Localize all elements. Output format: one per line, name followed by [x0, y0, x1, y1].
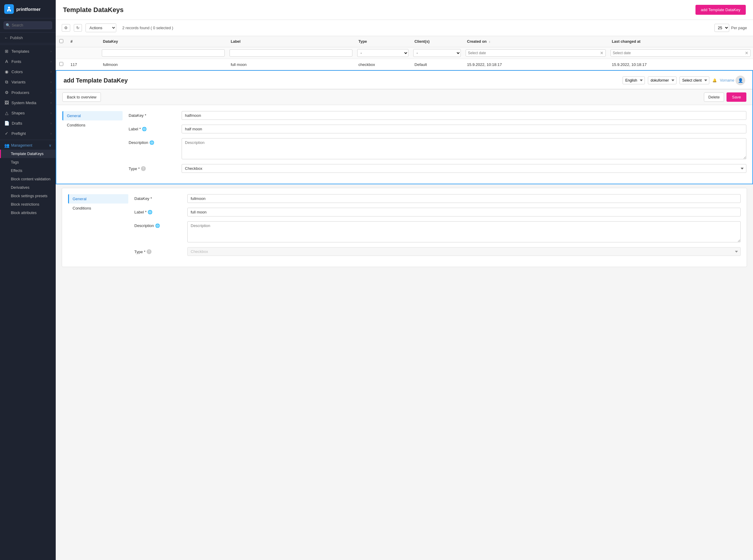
filter-label-input[interactable]	[230, 49, 352, 57]
delete-button[interactable]: Delete	[704, 93, 725, 102]
search-input[interactable]	[4, 21, 52, 29]
sidebar-item-producers[interactable]: ⚙ Producers ›	[0, 87, 56, 98]
form-sidebar-conditions-2[interactable]: Conditions	[68, 203, 128, 213]
description-textarea-1[interactable]	[182, 138, 746, 159]
page-header: Template DataKeys add Template DataKey	[56, 0, 753, 20]
form-header-right: English dokuformer Select client 🔔 Vorna…	[622, 76, 745, 85]
form-row-label-1: Label * 🌐	[128, 125, 746, 133]
datakey-label-2: DataKey *	[134, 194, 182, 201]
type-select-2[interactable]: Checkbox	[187, 247, 741, 256]
sidebar-item-shapes[interactable]: △ Shapes ›	[0, 108, 56, 118]
producers-icon: ⚙	[4, 90, 9, 95]
sidebar-item-fonts[interactable]: A Fonts ›	[0, 56, 56, 66]
user-avatar-wrap[interactable]: Vorname 👤	[720, 76, 745, 85]
header-created-on[interactable]: Created on ↕	[463, 36, 608, 47]
table-toolbar: ⚙ ↻ Actions 2 records found ( 0 selected…	[56, 20, 753, 36]
sidebar-item-label: Fonts	[12, 59, 21, 64]
client-select[interactable]: Select client	[679, 77, 709, 84]
form-row-label-2: Label * 🌐	[134, 208, 741, 217]
preflight-icon: ✓	[4, 131, 9, 136]
per-page-label: Per page	[731, 25, 747, 30]
sidebar-sub-item-block-settings-presets[interactable]: Block settings presets	[0, 192, 56, 200]
refresh-icon-button[interactable]: ↻	[74, 24, 82, 32]
filter-checkbox-cell	[56, 47, 67, 59]
chevron-icon: ›	[51, 50, 52, 53]
form-sidebar-general-label-2: General	[73, 197, 86, 201]
search-icon: 🔍	[6, 23, 10, 27]
management-section[interactable]: 👥 Management ∨	[0, 141, 56, 149]
row-checkbox-cell	[56, 59, 67, 70]
form-page-header: add Template DataKey English dokuformer …	[56, 71, 752, 89]
form-body-2: General Conditions DataKey *	[62, 188, 747, 267]
form-title: add Template DataKey	[63, 77, 128, 84]
block-settings-presets-label: Block settings presets	[11, 194, 47, 198]
help-icon-1[interactable]: ?	[141, 166, 146, 171]
publish-section[interactable]: ← Publish	[0, 33, 56, 43]
help-icon-2[interactable]: ?	[147, 249, 152, 254]
filter-last-changed-clear[interactable]: ✕	[743, 51, 750, 55]
datakey-input-2[interactable]	[187, 194, 741, 203]
sidebar-sub-item-derivatives[interactable]: Derivatives	[0, 183, 56, 192]
dokuformer-select[interactable]: dokuformer	[648, 77, 676, 84]
sidebar-item-system-media[interactable]: 🖼 System Media ›	[0, 98, 56, 108]
back-to-overview-button[interactable]: Back to overview	[62, 93, 101, 102]
sidebar-item-label: Templates	[12, 49, 29, 54]
sidebar-sub-item-tags[interactable]: Tags	[0, 158, 56, 166]
chevron-icon: ›	[51, 101, 52, 104]
description-textarea-2[interactable]	[187, 221, 741, 242]
management-label: Management	[11, 143, 32, 147]
sidebar-item-label: Shapes	[12, 111, 25, 115]
actions-select[interactable]: Actions	[86, 24, 116, 32]
sidebar-sub-item-template-datakeys[interactable]: Template DataKeys	[0, 149, 56, 158]
form-sidebar-general-label: General	[67, 114, 81, 118]
datakey-input-1[interactable]	[182, 111, 746, 120]
form-row-datakey-1: DataKey *	[128, 111, 746, 120]
sidebar-sub-item-block-restrictions[interactable]: Block restrictions	[0, 200, 56, 209]
filter-clients-select[interactable]: -	[413, 49, 461, 57]
per-page-select[interactable]: 25	[714, 24, 729, 32]
sidebar-item-colors[interactable]: ◉ Colors ›	[0, 66, 56, 77]
filter-created-clear[interactable]: ✕	[598, 51, 606, 55]
sidebar-item-drafts[interactable]: 📄 Drafts ›	[0, 118, 56, 128]
filter-created-input[interactable]	[466, 50, 598, 56]
row-type: checkbox	[355, 59, 411, 70]
add-template-datakey-button[interactable]: add Template DataKey	[695, 5, 746, 15]
form-row-datakey-2: DataKey *	[134, 194, 741, 203]
filter-label-cell	[227, 47, 355, 59]
sidebar-sub-item-effects[interactable]: Effects	[0, 166, 56, 175]
select-all-checkbox[interactable]	[59, 39, 63, 43]
table-row: 117 fullmoon full moon checkbox Default …	[56, 59, 753, 70]
form-sidebar-1: General Conditions	[62, 111, 123, 178]
type-label-1: Type * ?	[128, 164, 177, 171]
label-input-2[interactable]	[187, 208, 741, 217]
language-select[interactable]: English	[622, 77, 645, 84]
row-checkbox[interactable]	[59, 62, 63, 66]
management-chevron: ∨	[49, 143, 52, 147]
content-area: ⚙ ↻ Actions 2 records found ( 0 selected…	[56, 20, 753, 560]
sidebar-item-templates[interactable]: ⊞ Templates ›	[0, 46, 56, 56]
filter-datakey-input[interactable]	[102, 49, 225, 57]
filter-hash-cell	[67, 47, 99, 59]
filter-type-select[interactable]: -	[357, 49, 409, 57]
description-label-1: Description 🌐	[128, 138, 177, 145]
datakey-label-1: DataKey *	[128, 111, 177, 118]
settings-icon-button[interactable]: ⚙	[62, 24, 70, 32]
sidebar-sub-item-block-content-validation[interactable]: Block content validation	[0, 175, 56, 183]
type-select-1[interactable]: Checkbox	[182, 164, 746, 173]
sidebar-sub-item-block-attributes[interactable]: Block attributes	[0, 209, 56, 217]
header-checkbox-cell	[56, 36, 67, 47]
header-clients: Client(s)	[411, 36, 463, 47]
label-input-1[interactable]	[182, 125, 746, 133]
filter-datakey-cell	[99, 47, 227, 59]
effects-label: Effects	[11, 168, 22, 173]
sidebar-item-preflight[interactable]: ✓ Preflight ›	[0, 128, 56, 139]
filter-last-changed-input[interactable]	[611, 50, 743, 56]
form-sidebar-general[interactable]: General	[62, 111, 123, 120]
templates-icon: ⊞	[4, 49, 9, 54]
save-button[interactable]: Save	[727, 93, 746, 102]
user-avatar: 👤	[735, 76, 745, 85]
form-sidebar-general-2[interactable]: General	[68, 194, 128, 203]
sidebar-item-label: Producers	[12, 90, 29, 95]
form-sidebar-conditions[interactable]: Conditions	[62, 120, 123, 130]
sidebar-item-variants[interactable]: ⧉ Variants ›	[0, 77, 56, 87]
